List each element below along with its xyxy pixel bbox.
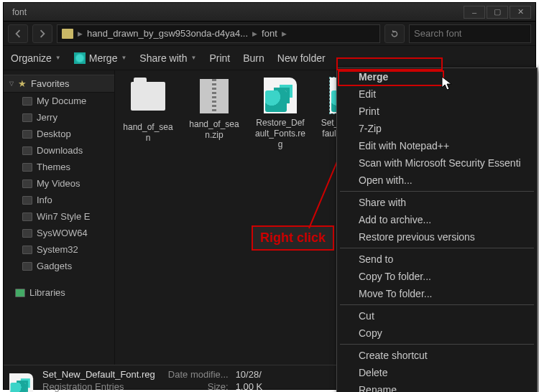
merge-button[interactable]: Merge▼ <box>74 52 127 64</box>
folder-icon <box>22 196 32 205</box>
status-modified-value: 10/28/ <box>236 369 263 381</box>
sidebar-item[interactable]: SysWOW64 <box>4 225 114 241</box>
folder-icon <box>22 213 32 221</box>
sidebar-item-label: My Videos <box>37 178 80 189</box>
sidebar-item[interactable]: Win7 Style E <box>4 208 114 225</box>
menu-item[interactable]: Create shortcut <box>337 347 537 364</box>
menu-item[interactable]: Cut <box>337 307 537 325</box>
sidebar-item-label: Jerry <box>37 112 57 123</box>
sidebar-item-label: Info <box>37 195 52 205</box>
chevron-down-icon: ▼ <box>191 55 197 61</box>
maximize-button[interactable]: ▢ <box>487 6 508 19</box>
menu-item[interactable]: Share with <box>337 194 537 211</box>
folder-icon <box>22 130 32 139</box>
folder-icon <box>22 246 32 254</box>
sidebar-item[interactable]: Themes <box>4 159 114 175</box>
file-item[interactable]: hand_of_sean <box>122 78 174 150</box>
minimize-button[interactable]: – <box>464 6 485 19</box>
sidebar-item-label: Desktop <box>37 129 71 139</box>
chevron-down-icon: ▼ <box>121 55 126 61</box>
folder-icon <box>22 146 32 155</box>
collapse-icon: ▽ <box>9 80 14 87</box>
close-button[interactable]: ✕ <box>510 6 531 19</box>
address-bar[interactable]: ▶ hand_drawn_by_gsw953onda-d4ya4... ▶ fo… <box>57 24 380 43</box>
menu-item[interactable]: Merge <box>337 68 537 85</box>
sidebar-item[interactable]: Info <box>4 192 114 208</box>
breadcrumb[interactable]: hand_drawn_by_gsw953onda-d4ya4... <box>87 28 248 39</box>
menu-item[interactable]: Edit with Notepad++ <box>337 137 537 154</box>
folder-icon <box>22 97 32 106</box>
menu-separator <box>340 248 534 248</box>
menu-item[interactable]: Rename <box>337 381 537 392</box>
titlebar: font – ▢ ✕ <box>4 3 535 22</box>
organize-button[interactable]: Organize▼ <box>11 52 61 64</box>
sidebar-item-label: System32 <box>37 244 78 255</box>
sidebar-item[interactable]: My Videos <box>4 175 114 192</box>
sidebar-item-label: SysWOW64 <box>37 228 88 238</box>
sidebar-item-label: Win7 Style E <box>37 211 90 222</box>
folder-icon <box>22 179 32 188</box>
sidebar-item[interactable]: Gadgets <box>4 258 114 274</box>
folder-icon <box>22 113 32 122</box>
file-item[interactable]: Restore_Default_Fonts.reg <box>254 78 306 150</box>
print-button[interactable]: Print <box>209 52 230 64</box>
menu-item[interactable]: Scan with Microsoft Security Essenti <box>337 154 537 172</box>
breadcrumb[interactable]: font <box>262 28 277 39</box>
zip-icon <box>200 79 229 113</box>
window-controls: – ▢ ✕ <box>462 6 531 19</box>
sidebar-item-label: My Docume <box>37 95 86 106</box>
file-type-icon <box>9 368 35 393</box>
menu-item[interactable]: Copy <box>337 325 537 342</box>
sidebar-item[interactable]: My Docume <box>4 93 114 109</box>
chevron-right-icon: ▶ <box>282 30 287 37</box>
menu-item[interactable]: Move To folder... <box>337 285 537 302</box>
menu-item[interactable]: Send to <box>337 251 537 268</box>
share-button[interactable]: Share with▼ <box>139 52 196 64</box>
menu-item[interactable]: Copy To folder... <box>337 268 537 285</box>
sidebar-item[interactable]: Downloads <box>4 142 114 159</box>
window-title: font <box>8 7 462 17</box>
sidebar: ▽ ★ Favorites My DocumeJerryDesktopDownl… <box>4 70 115 365</box>
sidebar-item[interactable]: Desktop <box>4 126 114 142</box>
menu-item[interactable]: Restore previous versions <box>337 228 537 246</box>
toolbar: Organize▼ Merge▼ Share with▼ Print Burn … <box>4 46 535 70</box>
chevron-right-icon: ▶ <box>78 30 83 37</box>
context-menu: MergeEditPrint7-ZipEdit with Notepad++Sc… <box>336 67 538 392</box>
status-filetype: Registration Entries <box>42 381 155 393</box>
menu-item[interactable]: Open with... <box>337 172 537 189</box>
nav-row: ▶ hand_drawn_by_gsw953onda-d4ya4... ▶ fo… <box>4 22 535 46</box>
chevron-down-icon: ▼ <box>55 55 61 61</box>
search-placeholder: Search font <box>414 28 462 39</box>
menu-item[interactable]: Delete <box>337 364 537 381</box>
menu-item[interactable]: Edit <box>337 85 537 103</box>
file-label: hand_of_sean <box>122 122 174 144</box>
sidebar-item[interactable]: Jerry <box>4 109 114 126</box>
burn-button[interactable]: Burn <box>243 52 264 64</box>
file-label: Restore_Default_Fonts.reg <box>254 118 306 150</box>
favorites-header[interactable]: ▽ ★ Favorites <box>4 75 114 93</box>
back-button[interactable] <box>8 24 28 43</box>
menu-item[interactable]: Add to archive... <box>337 211 537 228</box>
status-filename: Set_New_Default_Font.reg <box>42 369 155 381</box>
status-size-label: Size: <box>168 381 229 393</box>
sidebar-item-label: Gadgets <box>37 261 72 271</box>
sidebar-item-label: Themes <box>37 162 70 172</box>
libraries-header[interactable]: Libraries <box>4 284 114 301</box>
menu-separator <box>340 191 534 192</box>
search-input[interactable]: Search font <box>409 24 531 43</box>
chevron-right-icon: ▶ <box>252 30 257 37</box>
newfolder-button[interactable]: New folder <box>277 52 326 64</box>
file-label: hand_of_sean.zip <box>188 119 240 141</box>
menu-item[interactable]: 7-Zip <box>337 120 537 137</box>
annotation-label: Right click <box>252 225 334 251</box>
file-item[interactable]: hand_of_sean.zip <box>188 78 240 150</box>
refresh-button[interactable] <box>384 24 405 43</box>
reg-icon <box>264 78 297 113</box>
forward-button[interactable] <box>32 24 52 43</box>
folder-icon <box>22 262 32 271</box>
folder-icon <box>22 229 32 238</box>
sidebar-item[interactable]: System32 <box>4 241 114 258</box>
menu-item[interactable]: Print <box>337 103 537 120</box>
folder-icon <box>62 29 73 39</box>
menu-separator <box>340 344 534 345</box>
